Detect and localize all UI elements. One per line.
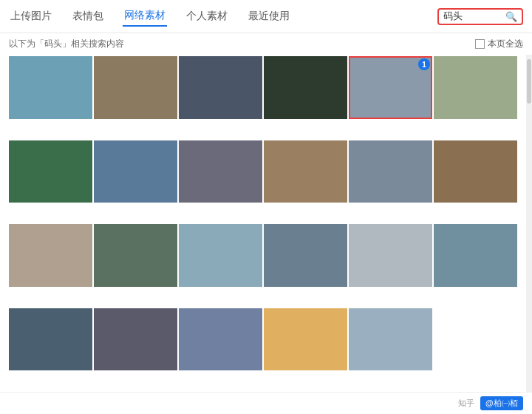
grid-item[interactable] xyxy=(94,224,177,287)
grid-item[interactable] xyxy=(264,224,347,287)
subtitle-text: 以下为「码头」相关搜索内容 xyxy=(9,38,124,50)
tab-recent[interactable]: 最近使用 xyxy=(247,7,291,26)
grid-item[interactable] xyxy=(349,308,432,371)
grid-item[interactable] xyxy=(349,140,432,203)
grid-item[interactable] xyxy=(94,56,177,119)
footer-tag[interactable]: @柏㈠栢 xyxy=(480,396,523,410)
search-icon: 🔍 xyxy=(505,11,517,22)
grid-item[interactable] xyxy=(179,56,262,119)
tab-personal[interactable]: 个人素材 xyxy=(185,7,229,26)
grid-item[interactable] xyxy=(9,308,92,371)
select-all-label[interactable]: 本页全选 xyxy=(475,38,523,50)
grid-item[interactable] xyxy=(179,140,262,203)
header: 上传图片 表情包 网络素材 个人素材 最近使用 🔍 xyxy=(0,0,532,33)
scrollbar[interactable] xyxy=(526,55,532,392)
selection-badge: 1 xyxy=(418,58,430,70)
grid-item[interactable] xyxy=(264,308,347,371)
grid-item[interactable] xyxy=(9,224,92,287)
grid-item[interactable] xyxy=(434,224,517,287)
grid-item[interactable] xyxy=(9,56,92,119)
grid-item[interactable] xyxy=(94,308,177,371)
search-input[interactable] xyxy=(443,11,502,22)
grid-item[interactable] xyxy=(179,308,262,371)
grid-item[interactable] xyxy=(349,224,432,287)
grid-item[interactable] xyxy=(264,140,347,203)
grid-item[interactable] xyxy=(179,224,262,287)
grid-container: 1 xyxy=(0,55,532,392)
search-box: 🔍 xyxy=(437,8,523,25)
grid-item[interactable]: 1 xyxy=(349,56,432,119)
select-all-checkbox[interactable] xyxy=(475,39,485,49)
tab-upload[interactable]: 上传图片 xyxy=(9,7,53,26)
tab-emoji[interactable]: 表情包 xyxy=(71,7,105,26)
select-all-text: 本页全选 xyxy=(488,38,523,50)
grid-item[interactable] xyxy=(434,140,517,203)
scrollbar-thumb[interactable] xyxy=(527,59,531,104)
grid-item[interactable] xyxy=(264,56,347,119)
grid-item[interactable] xyxy=(9,140,92,203)
subtitle-bar: 以下为「码头」相关搜索内容 本页全选 xyxy=(0,33,532,55)
grid-item[interactable] xyxy=(94,140,177,203)
grid-item[interactable] xyxy=(434,56,517,119)
footer: 知乎 @柏㈠栢 xyxy=(0,392,532,414)
image-grid: 1 xyxy=(0,55,526,392)
footer-brand: 知乎 xyxy=(458,398,474,409)
tab-network[interactable]: 网络素材 xyxy=(123,6,167,27)
